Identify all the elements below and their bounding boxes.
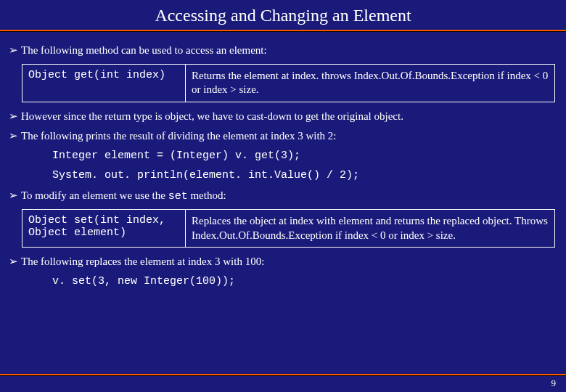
bullet-2: ➢ However since the return type is objec…: [9, 110, 557, 124]
bullet-4-code: set: [168, 190, 188, 203]
bullet-3-text: The following prints the result of divid…: [21, 129, 337, 144]
bullet-4-text: To modify an element we use the set meth…: [21, 189, 226, 204]
code-snippet-3: v. set(3, new Integer(100));: [52, 275, 557, 287]
arrow-icon: ➢: [9, 189, 18, 202]
code-snippet-1: Integer element = (Integer) v. get(3);: [52, 150, 557, 162]
code-snippet-2: System. out. println(element. int.Value(…: [52, 169, 557, 181]
bullet-5: ➢ The following replaces the element at …: [9, 255, 557, 269]
bullet-5-text: The following replaces the element at in…: [21, 255, 264, 269]
get-description: Returns the element at index. throws Ind…: [186, 64, 555, 102]
bullet-1: ➢ The following method can be used to ac…: [9, 44, 557, 58]
content-area: ➢ The following method can be used to ac…: [0, 32, 566, 287]
table-row: Object get(int index) Returns the elemen…: [22, 64, 555, 102]
title-area: Accessing and Changing an Element: [0, 0, 566, 28]
arrow-icon: ➢: [9, 44, 18, 57]
bullet-1-text: The following method can be used to acce…: [21, 44, 267, 58]
bullet-4-pre: To modify an element we use the: [21, 189, 168, 201]
set-description: Replaces the object at index with elemen…: [186, 210, 555, 248]
method-table-get: Object get(int index) Returns the elemen…: [22, 64, 555, 102]
bullet-2-text: However since the return type is object,…: [21, 110, 403, 124]
table-row: Object set(int index, Object element) Re…: [22, 210, 555, 248]
bullet-4-post: method:: [188, 189, 226, 201]
footer-divider: [0, 374, 566, 376]
bullet-3: ➢ The following prints the result of div…: [9, 129, 557, 144]
get-signature: Object get(int index): [22, 64, 186, 102]
arrow-icon: ➢: [9, 255, 18, 268]
bullet-4: ➢ To modify an element we use the set me…: [9, 189, 557, 204]
arrow-icon: ➢: [9, 110, 18, 123]
set-signature: Object set(int index, Object element): [22, 210, 186, 248]
method-table-set: Object set(int index, Object element) Re…: [22, 209, 555, 248]
page-number: 9: [551, 377, 557, 389]
arrow-icon: ➢: [9, 129, 18, 142]
slide-title: Accessing and Changing an Element: [0, 6, 566, 25]
